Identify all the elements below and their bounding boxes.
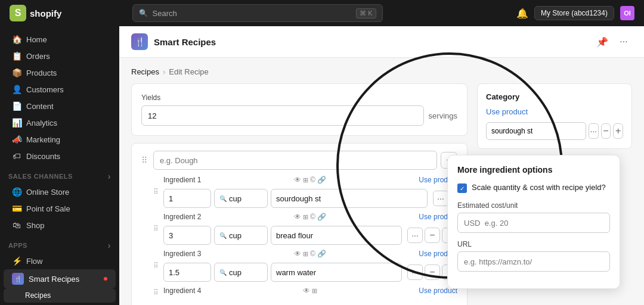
orders-icon: 📋 — [12, 51, 21, 61]
category-add-button[interactable]: + — [613, 123, 623, 139]
ingredient-1-unit[interactable]: 🔍 cup — [214, 189, 268, 208]
shop-icon: 🛍 — [12, 220, 21, 230]
grid-icon-2[interactable]: ⊞ — [303, 213, 308, 221]
ingredient-row-1: ⠿ Ingredient 1 👁 ⊞ © 🔗 Use produ — [141, 176, 457, 208]
ingredient-3-unit[interactable]: 🔍 cup — [214, 263, 268, 282]
ingredient-drag-2[interactable]: ⠿ — [153, 225, 159, 233]
grid-icon-4[interactable]: ⊞ — [312, 287, 317, 295]
ingredient-1-quantity[interactable] — [163, 189, 211, 208]
ingredient-3-name[interactable] — [271, 263, 402, 282]
category-more-button[interactable]: ··· — [589, 123, 599, 139]
at-icon-3[interactable]: © — [310, 250, 315, 258]
link-icon-3[interactable]: 🔗 — [317, 250, 326, 258]
store-name: My Store (abcd1234) — [541, 9, 608, 17]
sidebar-item-smart-recipes[interactable]: 🍴 Smart Recipes — [4, 269, 116, 288]
avatar-initials: Ol — [624, 10, 631, 17]
shopify-logo: S shopify — [10, 5, 61, 21]
category-remove-button[interactable]: − — [601, 123, 611, 139]
ingredient-2-quantity[interactable] — [163, 226, 211, 245]
unit-value-3: cup — [229, 268, 242, 277]
sidebar-sub-item-blog-posts[interactable]: Blog Posts — [4, 303, 116, 305]
avatar[interactable]: Ol — [620, 6, 634, 20]
grid-icon-3[interactable]: ⊞ — [303, 250, 308, 258]
ingredient-section: ⠿ − ⠿ Ingredient 1 👁 ⊞ — [131, 143, 467, 305]
ingredient-2-name[interactable] — [271, 226, 402, 245]
page-header: Recipes › Edit Recipe — [119, 58, 644, 83]
ingredient-row-4: ⠿ Ingredient 4 👁 ⊞ Use product — [141, 287, 457, 298]
sidebar-item-point-of-sale[interactable]: 💳 Point of Sale — [4, 200, 116, 217]
sidebar-item-content[interactable]: 📄 Content — [4, 98, 116, 114]
scale-checkbox[interactable]: ✓ — [457, 183, 467, 193]
apps-expand[interactable]: › — [108, 241, 111, 250]
sub-item-label: Recipes — [25, 291, 51, 300]
grid-icon-1[interactable]: ⊞ — [303, 176, 308, 184]
ingredient-1-name[interactable] — [271, 189, 428, 208]
sidebar: 🏠 Home 📋 Orders 📦 Products 👤 Customers 📄… — [0, 26, 119, 305]
sidebar-item-shop[interactable]: 🛍 Shop — [4, 217, 116, 234]
ingredient-3-icons: 👁 ⊞ © 🔗 — [294, 250, 326, 258]
sidebar-item-customers[interactable]: 👤 Customers — [4, 81, 116, 98]
breadcrumb-parent[interactable]: Recipes — [131, 67, 159, 76]
ingredient-3-more-button[interactable]: ··· — [407, 264, 423, 280]
category-card: Category Use product ··· − + — [477, 83, 632, 149]
ingredient-1-icons: 👁 ⊞ © 🔗 — [294, 176, 326, 184]
ingredient-2-unit[interactable]: 🔍 cup — [214, 226, 268, 245]
more-options-popover: More ingredient options ✓ Scale quantity… — [447, 155, 620, 289]
more-button[interactable]: ··· — [615, 33, 632, 50]
app-header: 🍴 Smart Recipes 📌 ··· — [119, 26, 644, 58]
form-content: Yields servings ⠿ − ⠿ — [119, 83, 644, 305]
eye-icon-1[interactable]: 👁 — [294, 176, 301, 184]
ingredient-4-icons: 👁 ⊞ — [303, 287, 317, 295]
store-button[interactable]: My Store (abcd1234) — [534, 6, 614, 20]
ingredient-3-remove-button[interactable]: − — [425, 264, 440, 280]
sidebar-item-marketing[interactable]: 📣 Marketing — [4, 131, 116, 148]
sidebar-item-orders[interactable]: 📋 Orders — [4, 48, 116, 64]
eye-icon-4[interactable]: 👁 — [303, 287, 310, 295]
sidebar-item-label: Flow — [26, 257, 42, 266]
sidebar-item-online-store[interactable]: 🌐 Online Store — [4, 183, 116, 200]
sidebar-item-label: Online Store — [26, 188, 69, 197]
link-icon-1[interactable]: 🔗 — [317, 176, 326, 184]
at-icon-1[interactable]: © — [310, 176, 315, 184]
at-icon-2[interactable]: © — [310, 213, 315, 221]
sidebar-item-products[interactable]: 📦 Products — [4, 64, 116, 81]
ingredient-drag-1[interactable]: ⠿ — [153, 188, 159, 196]
link-icon-2[interactable]: 🔗 — [317, 213, 326, 221]
ingredient-3-quantity[interactable] — [163, 263, 211, 282]
ingredient-3-label: Ingredient 3 — [163, 250, 201, 258]
ingredient-4-label: Ingredient 4 — [163, 287, 201, 295]
sidebar-item-home[interactable]: 🏠 Home — [4, 31, 116, 48]
sales-channels-expand[interactable]: › — [108, 172, 111, 181]
ingredient-2-more-button[interactable]: ··· — [407, 228, 423, 243]
category-input-row: ··· − + — [486, 122, 623, 140]
yields-input[interactable] — [141, 105, 424, 126]
apps-label: Apps › — [0, 234, 119, 253]
unit-search-icon-3: 🔍 — [219, 269, 227, 276]
eye-icon-3[interactable]: 👁 — [294, 250, 301, 258]
breadcrumb: Recipes › Edit Recipe — [131, 67, 632, 76]
sidebar-item-label: Shop — [26, 221, 44, 230]
sidebar-sub-item-recipes[interactable]: Recipes — [4, 288, 116, 303]
bell-icon[interactable]: 🔔 — [516, 8, 528, 19]
section-drag-handle[interactable]: ⠿ — [141, 155, 147, 165]
pin-button[interactable]: 📌 — [594, 33, 611, 50]
url-label: URL — [457, 240, 610, 248]
analytics-icon: 📊 — [12, 118, 21, 127]
ingredient-1-more-button[interactable]: ··· — [433, 191, 448, 206]
url-input[interactable] — [457, 251, 610, 272]
category-input[interactable] — [486, 122, 586, 140]
scale-checkbox-label: Scale quantity & cost with recipe yield? — [472, 183, 606, 192]
search-bar[interactable]: 🔍 Search ⌘ K — [132, 4, 383, 22]
sidebar-item-discounts[interactable]: 🏷 Discounts — [4, 148, 116, 164]
eye-icon-2[interactable]: 👁 — [294, 213, 301, 221]
ingredient-drag-4[interactable]: ⠿ — [153, 288, 159, 297]
sidebar-item-flow[interactable]: ⚡ Flow — [4, 253, 116, 269]
ingredient-drag-3[interactable]: ⠿ — [153, 262, 159, 270]
breadcrumb-current: Edit Recipe — [169, 67, 208, 76]
pos-icon: 💳 — [12, 204, 21, 213]
ingredient-2-remove-button[interactable]: − — [425, 228, 440, 243]
cost-input[interactable] — [457, 213, 610, 233]
sidebar-item-analytics[interactable]: 📊 Analytics — [4, 114, 116, 131]
category-use-product-link[interactable]: Use product — [486, 107, 623, 116]
section-name-input[interactable] — [153, 151, 437, 170]
